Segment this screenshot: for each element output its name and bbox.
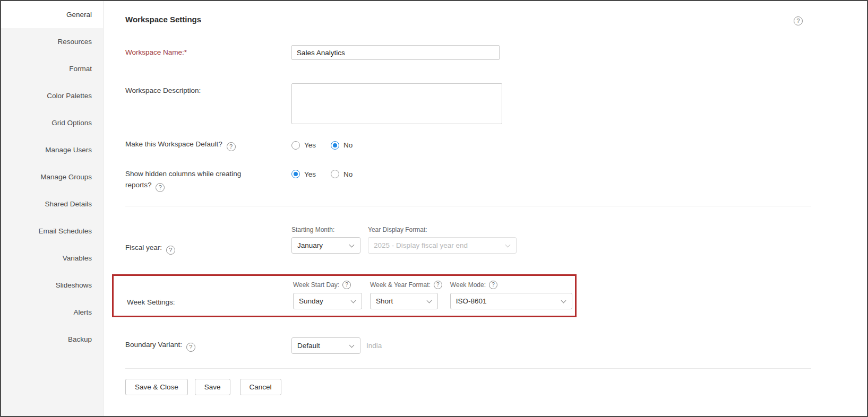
show-hidden-row: Show hidden columns while creating repor…	[125, 169, 811, 192]
boundary-variant-help-icon[interactable]: ?	[186, 343, 195, 352]
sidebar-item-general[interactable]: General	[1, 1, 103, 28]
week-year-format-help-icon[interactable]: ?	[434, 281, 442, 289]
year-display-format-group: Year Display Format: 2025 - Display fisc…	[368, 226, 517, 254]
footer-actions: Save & Close Save Cancel	[125, 379, 811, 395]
week-start-day-select[interactable]: Sunday	[293, 293, 362, 309]
sidebar-item-shared-details[interactable]: Shared Details	[1, 190, 103, 218]
week-mode-group: Week Mode: ? ISO-8601	[450, 281, 572, 309]
workspace-name-label: Workspace Name:*	[125, 47, 291, 58]
settings-content: Workspace Settings ? Workspace Name:* Wo…	[104, 1, 867, 416]
chevron-down-icon	[351, 298, 356, 303]
show-hidden-radio-yes[interactable]: Yes	[291, 170, 316, 178]
week-year-format-select[interactable]: Short	[370, 293, 438, 309]
year-display-format-label: Year Display Format:	[368, 226, 517, 233]
default-workspace-radio-yes[interactable]: Yes	[291, 141, 316, 150]
default-workspace-help-icon[interactable]: ?	[227, 142, 236, 151]
show-hidden-help-icon[interactable]: ?	[156, 183, 165, 192]
fiscal-year-label: Fiscal year: ?	[125, 226, 291, 255]
sidebar-item-resources[interactable]: Resources	[1, 28, 103, 55]
year-display-format-select: 2025 - Display fiscal year end	[368, 237, 517, 254]
week-start-day-help-icon[interactable]: ?	[342, 281, 351, 289]
sidebar-item-alerts[interactable]: Alerts	[1, 299, 103, 326]
sidebar-item-format[interactable]: Format	[1, 55, 103, 82]
workspace-name-input[interactable]	[291, 45, 500, 60]
boundary-variant-select[interactable]: Default	[291, 337, 360, 354]
week-year-format-label: Week & Year Format: ?	[370, 281, 442, 289]
default-workspace-row: Make this Workspace Default? ? Yes No	[125, 139, 811, 151]
week-start-day-group: Week Start Day: ? Sunday	[293, 281, 362, 309]
week-settings-highlight-box: Week Settings: Week Start Day: ? Sunday	[112, 274, 577, 317]
week-mode-help-icon[interactable]: ?	[489, 281, 497, 289]
starting-month-select[interactable]: January	[291, 237, 360, 254]
sidebar-item-grid-options[interactable]: Grid Options	[1, 109, 103, 136]
starting-month-label: Starting Month:	[291, 226, 360, 233]
sidebar-item-manage-groups[interactable]: Manage Groups	[1, 163, 103, 190]
week-settings-label: Week Settings:	[127, 281, 293, 309]
week-start-day-label: Week Start Day: ?	[293, 281, 362, 289]
default-workspace-label: Make this Workspace Default? ?	[125, 139, 291, 151]
sidebar-item-variables[interactable]: Variables	[1, 245, 103, 272]
sidebar-item-backup[interactable]: Backup	[1, 326, 103, 353]
chevron-down-icon	[427, 298, 432, 303]
radio-circle-icon	[331, 170, 339, 178]
starting-month-group: Starting Month: January	[291, 226, 360, 254]
save-button[interactable]: Save	[195, 379, 230, 395]
settings-sidebar: General Resources Format Color Palettes …	[1, 1, 104, 416]
footer-divider	[125, 368, 811, 369]
chevron-down-icon	[349, 342, 355, 348]
workspace-description-row: Workspace Description:	[125, 83, 811, 124]
sidebar-item-color-palettes[interactable]: Color Palettes	[1, 82, 103, 109]
default-workspace-radios: Yes No	[291, 141, 353, 150]
section-divider	[125, 206, 811, 206]
page-title: Workspace Settings	[125, 15, 867, 24]
fiscal-year-help-icon[interactable]: ?	[166, 246, 175, 255]
boundary-variant-label: Boundary Variant: ?	[125, 340, 291, 352]
sidebar-item-email-schedules[interactable]: Email Schedules	[1, 218, 103, 245]
radio-circle-icon	[291, 141, 300, 150]
chevron-down-icon	[349, 242, 355, 247]
chevron-down-icon	[505, 242, 511, 247]
fiscal-year-row: Fiscal year: ? Starting Month: January Y…	[125, 226, 811, 255]
boundary-variant-note: India	[366, 342, 382, 350]
workspace-description-label: Workspace Description:	[125, 83, 291, 97]
chevron-down-icon	[561, 298, 566, 303]
cancel-button[interactable]: Cancel	[240, 379, 281, 395]
week-mode-label: Week Mode: ?	[450, 281, 572, 289]
sidebar-item-manage-users[interactable]: Manage Users	[1, 136, 103, 163]
show-hidden-radios: Yes No	[291, 169, 353, 178]
workspace-name-row: Workspace Name:*	[125, 45, 811, 60]
sidebar-item-slideshows[interactable]: Slideshows	[1, 272, 103, 299]
default-workspace-radio-no[interactable]: No	[331, 141, 353, 150]
week-mode-select[interactable]: ISO-8601	[450, 293, 572, 309]
boundary-variant-row: Boundary Variant: ? Default India	[125, 337, 811, 354]
workspace-settings-window: General Resources Format Color Palettes …	[0, 0, 868, 417]
page-help-icon[interactable]: ?	[794, 16, 803, 25]
week-year-format-group: Week & Year Format: ? Short	[370, 281, 442, 309]
required-mark: *	[184, 48, 187, 56]
show-hidden-radio-no[interactable]: No	[331, 170, 353, 178]
radio-circle-icon	[291, 170, 300, 178]
radio-circle-icon	[331, 141, 339, 150]
show-hidden-label: Show hidden columns while creating repor…	[125, 169, 291, 192]
save-close-button[interactable]: Save & Close	[125, 379, 188, 395]
workspace-description-textarea[interactable]	[291, 83, 502, 124]
